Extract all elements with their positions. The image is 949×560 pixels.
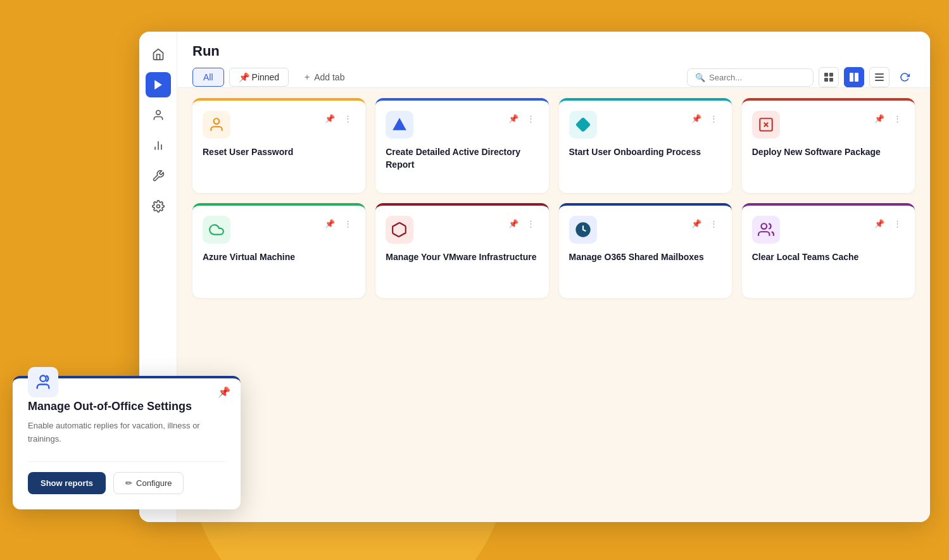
svg-rect-14 bbox=[875, 80, 884, 81]
svg-point-22 bbox=[761, 223, 767, 229]
page-title: Run bbox=[192, 43, 915, 59]
tab-all[interactable]: All bbox=[192, 68, 224, 87]
svg-rect-12 bbox=[875, 73, 884, 75]
svg-point-1 bbox=[156, 111, 160, 115]
card-title: Deploy New Software Package bbox=[752, 146, 905, 159]
card-icon bbox=[386, 216, 413, 244]
popup-actions: Show reports ✏ Configure bbox=[28, 472, 225, 494]
popup-card: 📌 Manage Out-of-Office Settings Enable a… bbox=[13, 376, 241, 509]
card-pin-icon[interactable]: 📌 bbox=[506, 111, 521, 126]
card-menu-icon[interactable]: ⋮ bbox=[707, 216, 722, 231]
card-pin-icon[interactable]: 📌 bbox=[689, 216, 704, 231]
card-icon bbox=[203, 111, 230, 139]
card-reset-user-password[interactable]: 📌 ⋮ Reset User Password bbox=[192, 98, 365, 193]
svg-rect-13 bbox=[875, 77, 884, 78]
svg-point-15 bbox=[214, 118, 220, 124]
card-manage-vmware[interactable]: 📌 ⋮ Manage Your VMware Infrastructure bbox=[375, 203, 548, 298]
svg-rect-11 bbox=[855, 73, 858, 82]
app-window: Run All 📌 Pinned ＋ Add tab 🔍 bbox=[139, 32, 930, 522]
sidebar-item-run[interactable] bbox=[146, 72, 171, 97]
tab-add[interactable]: ＋ Add tab bbox=[294, 68, 353, 87]
sidebar-item-tools[interactable] bbox=[146, 163, 171, 189]
popup-pin-icon[interactable]: 📌 bbox=[218, 386, 230, 398]
card-pin-icon[interactable]: 📌 bbox=[506, 216, 521, 231]
header: Run All 📌 Pinned ＋ Add tab 🔍 bbox=[177, 32, 930, 88]
refresh-button[interactable] bbox=[895, 67, 915, 87]
card-deploy-software[interactable]: 📌 ⋮ Deploy New Software Package bbox=[742, 98, 915, 193]
sidebar-item-users[interactable] bbox=[146, 103, 171, 128]
card-pin-icon[interactable]: 📌 bbox=[872, 216, 887, 231]
card-icon bbox=[569, 216, 597, 244]
sidebar-item-reports[interactable] bbox=[146, 133, 171, 158]
card-icon bbox=[752, 111, 780, 139]
sidebar-item-home[interactable] bbox=[146, 42, 171, 67]
popup-icon-wrap bbox=[28, 367, 58, 397]
card-title: Reset User Password bbox=[203, 146, 355, 159]
card-pin-icon[interactable]: 📌 bbox=[689, 111, 704, 126]
card-create-ad-report[interactable]: 📌 ⋮ Create Detailed Active Directory Rep… bbox=[375, 98, 548, 193]
svg-rect-17 bbox=[575, 117, 591, 133]
main-content: Run All 📌 Pinned ＋ Add tab 🔍 bbox=[177, 32, 930, 522]
svg-rect-9 bbox=[829, 78, 833, 82]
svg-rect-6 bbox=[824, 73, 828, 77]
card-menu-icon[interactable]: ⋮ bbox=[889, 111, 905, 126]
card-azure-vm[interactable]: 📌 ⋮ Azure Virtual Machine bbox=[192, 203, 365, 298]
configure-button[interactable]: ✏ Configure bbox=[113, 472, 184, 494]
popup-icon bbox=[28, 367, 58, 397]
card-menu-icon[interactable]: ⋮ bbox=[707, 111, 722, 126]
pin-icon: 📌 bbox=[239, 72, 249, 82]
card-title: Start User Onboarding Process bbox=[569, 146, 722, 159]
svg-rect-8 bbox=[824, 78, 828, 82]
card-pin-icon[interactable]: 📌 bbox=[322, 111, 337, 126]
card-title: Manage O365 Shared Mailboxes bbox=[569, 251, 722, 264]
popup-title: Manage Out-of-Office Settings bbox=[28, 400, 225, 413]
card-icon bbox=[203, 216, 230, 244]
svg-rect-10 bbox=[850, 73, 853, 82]
tab-pinned[interactable]: 📌 Pinned bbox=[229, 68, 289, 87]
header-tabs: All 📌 Pinned ＋ Add tab 🔍 bbox=[192, 67, 915, 87]
card-title: Azure Virtual Machine bbox=[203, 251, 355, 264]
card-title: Create Detailed Active Directory Report bbox=[386, 146, 538, 171]
card-start-user-onboarding[interactable]: 📌 ⋮ Start User Onboarding Process bbox=[559, 98, 732, 193]
card-menu-icon[interactable]: ⋮ bbox=[889, 216, 905, 231]
show-reports-button[interactable]: Show reports bbox=[28, 472, 106, 494]
card-menu-icon[interactable]: ⋮ bbox=[524, 216, 539, 231]
card-icon bbox=[569, 111, 597, 139]
configure-icon: ✏ bbox=[125, 478, 132, 488]
card-menu-icon[interactable]: ⋮ bbox=[340, 216, 355, 231]
card-pin-icon[interactable]: 📌 bbox=[322, 216, 337, 231]
card-icon bbox=[386, 111, 413, 139]
plus-icon: ＋ bbox=[303, 72, 311, 83]
svg-point-23 bbox=[40, 376, 46, 382]
popup-description: Enable automatic replies for vacation, i… bbox=[28, 420, 225, 446]
svg-marker-0 bbox=[154, 80, 162, 90]
svg-rect-7 bbox=[829, 73, 833, 77]
card-clear-teams-cache[interactable]: 📌 ⋮ Clear Local Teams Cache bbox=[742, 203, 915, 298]
svg-marker-16 bbox=[393, 118, 406, 130]
card-icon bbox=[752, 216, 780, 244]
card-menu-icon[interactable]: ⋮ bbox=[340, 111, 355, 126]
sidebar-item-settings[interactable] bbox=[146, 194, 171, 219]
view-grid-large-button[interactable] bbox=[844, 67, 864, 87]
search-icon: 🔍 bbox=[695, 73, 705, 82]
card-pin-icon[interactable]: 📌 bbox=[872, 111, 887, 126]
cards-area: 📌 ⋮ Reset User Password 📌 ⋮ bbox=[177, 88, 930, 522]
view-list-button[interactable] bbox=[869, 67, 889, 87]
search-box: 🔍 bbox=[687, 68, 814, 87]
view-grid-small-button[interactable] bbox=[819, 67, 839, 87]
card-menu-icon[interactable]: ⋮ bbox=[524, 111, 539, 126]
search-input[interactable] bbox=[709, 73, 805, 82]
cards-grid: 📌 ⋮ Reset User Password 📌 ⋮ bbox=[192, 98, 915, 298]
card-manage-o365-mailboxes[interactable]: 📌 ⋮ Manage O365 Shared Mailboxes bbox=[559, 203, 732, 298]
card-title: Clear Local Teams Cache bbox=[752, 251, 905, 264]
svg-point-5 bbox=[156, 205, 160, 208]
card-title: Manage Your VMware Infrastructure bbox=[386, 251, 538, 264]
